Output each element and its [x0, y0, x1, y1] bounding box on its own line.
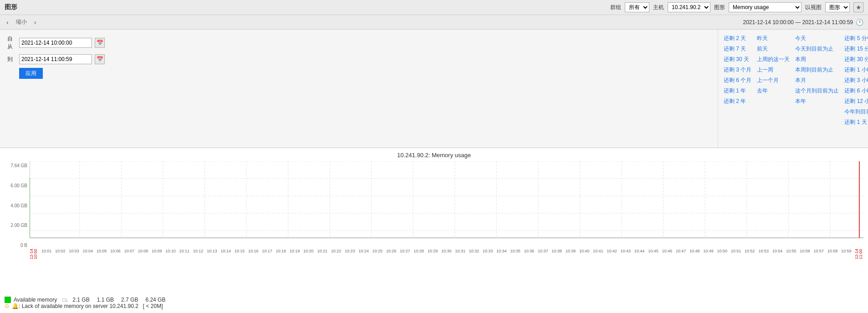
- x-label-1027: 10:27: [400, 249, 410, 259]
- x-label-1016: 10:16: [248, 249, 259, 259]
- legend-warning-threshold: [ < 20M]: [143, 303, 163, 309]
- legend-warning-row: ⊙ 🔔: Lack of available memory on server …: [5, 303, 863, 309]
- x-label-1011: 10:11: [179, 249, 190, 259]
- quick-link-6hr-remain[interactable]: 还剩 6 小时: [844, 86, 868, 96]
- x-label-1059: 10:59: [841, 249, 852, 259]
- legend-warning-label: 🔔: Lack of available memory on server 10…: [12, 303, 138, 309]
- quick-link-2years-remain[interactable]: 还剩 2 年: [724, 96, 751, 107]
- x-label-1058: 10:58: [827, 249, 838, 259]
- quick-link-7days-remain[interactable]: 还剩 7 天: [724, 44, 751, 54]
- x-label-1057: 10:57: [814, 249, 824, 259]
- y-axis-labels: 7.64 GB 6.00 GB 4.00 GB 2.00 GB 0 B: [5, 161, 30, 257]
- x-label-1023: 10:23: [345, 249, 355, 259]
- quick-link-last-week[interactable]: 上一周: [757, 65, 790, 75]
- shrink-button[interactable]: 缩小: [13, 17, 30, 27]
- x-label-1017: 10:17: [262, 249, 272, 259]
- quick-link-1year-remain[interactable]: 还剩 1 年: [724, 86, 751, 96]
- x-label-1026: 10:26: [386, 249, 397, 259]
- next-arrow[interactable]: ›: [32, 18, 38, 27]
- quick-link-this-year-so-far[interactable]: 今年到目前为止: [844, 107, 868, 117]
- chart-title: 10.241.90.2: Memory usage: [0, 152, 868, 159]
- graph-select[interactable]: Memory usage: [729, 2, 802, 12]
- from-calendar-button[interactable]: 📅: [95, 38, 105, 48]
- to-label: 到: [7, 56, 16, 63]
- from-date-input[interactable]: [19, 38, 92, 48]
- view-select[interactable]: 图形: [825, 2, 850, 12]
- quick-links-panel: 还剩 2 天 还剩 7 天 还剩 30 天 还剩 3 个月 还剩 6 个月 还剩…: [718, 30, 868, 148]
- date-filter-left: 自从 📅 到 📅 应用: [0, 30, 718, 148]
- quick-link-this-week-so-far[interactable]: 本周到目前为止: [795, 65, 839, 75]
- quick-link-2days-remain[interactable]: 还剩 2 天: [724, 33, 751, 44]
- to-date-input[interactable]: [19, 54, 92, 64]
- x-label-1002: 10:02: [55, 249, 66, 259]
- x-label-1007: 10:07: [124, 249, 134, 259]
- view-label: 以视图: [805, 4, 822, 11]
- host-select[interactable]: 10.241.90.2: [668, 2, 710, 12]
- y-label-max: 7.64 GB: [5, 163, 27, 168]
- x-label-1021: 10:21: [317, 249, 327, 259]
- quick-link-15min-remain[interactable]: 还剩 15 分钟: [844, 44, 868, 54]
- quick-link-30days-remain[interactable]: 还剩 30 天: [724, 54, 751, 65]
- quick-link-this-year[interactable]: 本年: [795, 96, 839, 107]
- legend-available-label: Available memory: [14, 297, 57, 303]
- top-controls-bar: 图形 群组 所有 主机 10.241.90.2 图形 Memory usage …: [0, 0, 868, 15]
- quick-link-30min-remain[interactable]: 还剩 30 分钟: [844, 54, 868, 65]
- group-label: 群组: [610, 4, 621, 11]
- quick-link-today-so-far[interactable]: 今天到目前为止: [795, 44, 839, 54]
- x-label-1029: 10:29: [428, 249, 438, 259]
- to-row: 到 📅: [7, 54, 710, 64]
- y-label-4gb: 4.00 GB: [5, 203, 27, 208]
- x-label-1009: 10:09: [152, 249, 162, 259]
- quick-link-5min-remain[interactable]: 还剩 5 分钟: [844, 33, 868, 44]
- legend-val-4: 6.24 GB: [145, 297, 165, 303]
- quick-link-this-month[interactable]: 本月: [795, 75, 839, 86]
- favorite-button[interactable]: ★: [853, 2, 863, 12]
- x-label-1015: 10:15: [235, 249, 245, 259]
- to-calendar-button[interactable]: 📅: [95, 54, 105, 64]
- quick-link-1day-remain[interactable]: 还剩 1 天: [844, 117, 868, 128]
- x-label-1010: 10:10: [165, 249, 176, 259]
- x-label-1001: 10:01: [41, 249, 52, 259]
- apply-button[interactable]: 应用: [19, 68, 43, 79]
- quick-links-col2: 昨天 前天 上周的这一天 上一周 上一个月 去年: [757, 33, 790, 128]
- x-label-1046: 10:46: [662, 249, 672, 259]
- x-label-1003: 10:03: [69, 249, 79, 259]
- time-range-display: 2021-12-14 10:00:00 — 2021-12-14 11:00:5…: [743, 19, 853, 26]
- x-label-1048: 10:48: [689, 249, 700, 259]
- quick-link-day-before[interactable]: 前天: [757, 44, 790, 54]
- filter-panel: 自从 📅 到 📅 应用 还剩 2 天 还剩 7: [0, 30, 868, 148]
- x-label-1053: 10:53: [758, 249, 769, 259]
- quick-link-6months-remain[interactable]: 还剩 6 个月: [724, 75, 751, 86]
- x-label-1025: 10:25: [373, 249, 383, 259]
- x-label-1051: 10:51: [731, 249, 741, 259]
- x-label-1045: 10:45: [648, 249, 659, 259]
- quick-link-this-day-last-week[interactable]: 上周的这一天: [757, 54, 790, 65]
- x-label-1052: 10:52: [745, 249, 755, 259]
- x-label-1028: 10:28: [414, 249, 424, 259]
- quick-link-3hr-remain[interactable]: 还剩 3 小时: [844, 75, 868, 86]
- x-label-end: 12-1411:00: [855, 249, 863, 259]
- quick-link-last-month[interactable]: 上一个月: [757, 75, 790, 86]
- graph-label: 图形: [714, 4, 725, 11]
- x-label-1042: 10:42: [607, 249, 617, 259]
- quick-link-this-week[interactable]: 本周: [795, 54, 839, 65]
- x-label-1022: 10:22: [331, 249, 342, 259]
- x-label-1004: 10:04: [83, 249, 93, 259]
- quick-link-last-year[interactable]: 去年: [757, 86, 790, 96]
- clock-icon: 🕐: [856, 19, 863, 26]
- warning-icon: ⊙: [5, 303, 9, 309]
- x-label-1054: 10:54: [772, 249, 783, 259]
- x-label-1020: 10:20: [303, 249, 314, 259]
- quick-link-12hr-remain[interactable]: 还剩 12 小时: [844, 96, 868, 107]
- y-label-2gb: 2.00 GB: [5, 223, 27, 228]
- group-select[interactable]: 所有: [625, 2, 649, 12]
- quick-link-1hr-remain[interactable]: 还剩 1 小时: [844, 65, 868, 75]
- quick-link-yesterday[interactable]: 昨天: [757, 33, 790, 44]
- x-label-1038: 10:38: [551, 249, 562, 259]
- quick-link-this-month-so-far[interactable]: 这个月到目前为止: [795, 86, 839, 96]
- from-label: 自从: [7, 35, 16, 51]
- quick-link-3months-remain[interactable]: 还剩 3 个月: [724, 65, 751, 75]
- prev-arrow[interactable]: ‹: [5, 18, 10, 27]
- quick-link-today[interactable]: 今天: [795, 33, 839, 44]
- x-label-1018: 10:18: [276, 249, 286, 259]
